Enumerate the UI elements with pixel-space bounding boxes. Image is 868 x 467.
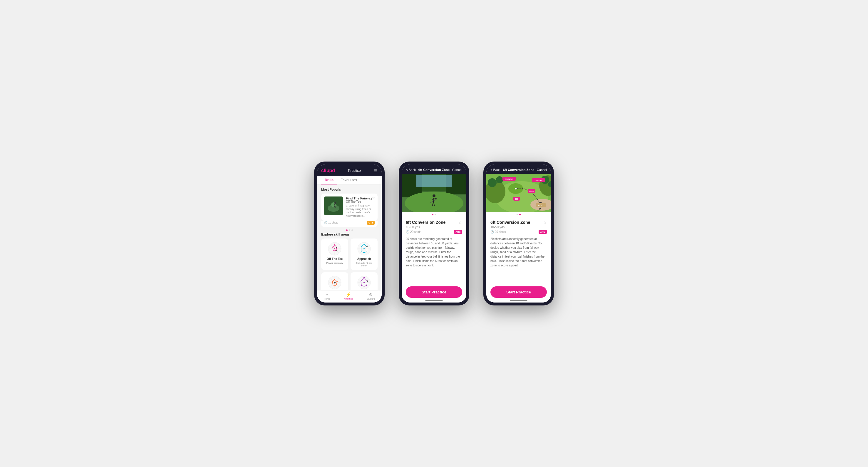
drill-title: 6ft Conversion Zone [490, 220, 530, 225]
start-practice-button[interactable]: Start Practice [490, 287, 547, 298]
svg-text:SAND: SAND [538, 205, 543, 206]
approach-desc: Dial-in to hit the green [353, 262, 375, 267]
dot-2 [435, 214, 436, 215]
home-indicator [510, 300, 527, 301]
svg-point-42 [364, 282, 365, 283]
off-tee-desc: Power accuracy [327, 262, 343, 264]
putting-icon [357, 275, 371, 290]
favourite-star[interactable]: ☆ [372, 196, 375, 200]
clock-icon: 🕐 [406, 230, 409, 234]
svg-point-16 [336, 247, 337, 248]
dot-1 [346, 229, 348, 231]
drill-subtitle: Off The Tee [346, 200, 375, 203]
start-practice-button[interactable]: Start Practice [406, 287, 462, 298]
phones-container: clippd Practice ☰ Drills Favourites Most… [314, 162, 554, 305]
activities-icon: ⚡ [346, 292, 351, 297]
nav-home-label: Home [324, 298, 330, 300]
drill-meta: 🕐 20 shots ARG [490, 230, 547, 234]
skill-around-green[interactable]: Around The Green Hone your short game [321, 272, 348, 290]
svg-point-26 [366, 246, 368, 247]
svg-text:ROUGH: ROUGH [535, 180, 541, 181]
clock-icon: 🕐 [324, 221, 327, 224]
bottom-nav: ⌂ Home ⚡ Activities ⊕ Capture [317, 290, 382, 302]
home-indicator-bar [402, 301, 466, 302]
image-dots [402, 212, 466, 217]
drill-title: 6ft Conversion Zone [406, 220, 445, 225]
svg-point-34 [334, 279, 335, 280]
clock-icon: 🕐 [490, 230, 494, 234]
svg-point-35 [336, 281, 338, 282]
drill-meta: 🕐 20 shots ARG [406, 230, 462, 234]
nav-activities[interactable]: ⚡ Activities [344, 292, 353, 300]
shots-info: 🕐 20 shots [490, 230, 506, 234]
off-tee-name: Off The Tee [327, 257, 343, 261]
tab-favourites[interactable]: Favourites [337, 176, 361, 185]
header-title: Practice [348, 169, 361, 173]
svg-point-63 [488, 178, 497, 187]
home-indicator-bar [486, 301, 551, 302]
svg-text:Hit: Hit [515, 198, 518, 200]
drill-info: 6ft Conversion Zone 10-50 yds ☆ 🕐 20 sho… [486, 217, 551, 270]
drill-map-image: Miss Hit FAIRWAY ROUGH [486, 174, 551, 212]
svg-point-33 [334, 282, 336, 283]
phone2-header: < Back 6ft Conversion Zone Cancel [402, 165, 466, 174]
svg-point-51 [433, 194, 435, 197]
skill-off-the-tee[interactable]: Off The Tee Power accuracy [321, 238, 348, 270]
nav-home[interactable]: ⌂ Home [324, 292, 330, 300]
featured-drill-card[interactable]: Find The Fairway Off The Tee Create an i… [321, 194, 378, 221]
phone3-nav-title: 6ft Conversion Zone [503, 168, 534, 171]
dot-2 [349, 229, 350, 231]
svg-point-14 [334, 248, 335, 249]
svg-point-17 [336, 249, 337, 251]
phone3-header: < Back 6ft Conversion Zone Cancel [486, 165, 551, 174]
phone2-nav-title: 6ft Conversion Zone [418, 168, 450, 171]
drill-thumbnail [324, 197, 343, 215]
svg-rect-49 [416, 175, 452, 187]
phone2-content: 6ft Conversion Zone 10-50 yds ☆ 🕐 20 sho… [402, 174, 466, 283]
dot-1 [432, 214, 433, 215]
phone-3: < Back 6ft Conversion Zone Cancel [484, 162, 554, 305]
dot-1 [517, 214, 518, 215]
logo: clippd [321, 168, 335, 173]
drill-shots: 🕐 10 shots [324, 221, 338, 224]
favourite-star[interactable]: ☆ [458, 220, 462, 225]
drill-title: Find The Fairway [346, 197, 375, 200]
svg-point-43 [364, 277, 365, 278]
home-icon: ⌂ [326, 292, 328, 297]
favourite-star[interactable]: ☆ [543, 220, 547, 225]
phone3-content: Miss Hit FAIRWAY ROUGH [486, 174, 551, 283]
around-green-icon [327, 275, 342, 290]
arg-badge: ARG [538, 230, 547, 234]
cancel-button[interactable]: Cancel [537, 168, 547, 171]
svg-point-15 [334, 244, 335, 245]
approach-name: Approach [357, 257, 371, 261]
skill-putting[interactable]: Putting Make and lag practice [350, 272, 378, 290]
nav-capture-label: Capture [366, 298, 375, 300]
tab-drills[interactable]: Drills [321, 176, 337, 185]
tabs-bar: Drills Favourites [317, 176, 382, 185]
cancel-button[interactable]: Cancel [452, 168, 462, 171]
back-button[interactable]: < Back [406, 168, 416, 171]
approach-icon [357, 241, 371, 256]
off-tee-icon [327, 241, 342, 256]
skill-grid: Off The Tee Power accuracy [321, 238, 378, 290]
dot-2 [519, 214, 521, 215]
nav-capture[interactable]: ⊕ Capture [366, 292, 375, 300]
skill-approach[interactable]: Approach Dial-in to hit the green [350, 238, 378, 270]
drill-card-body: Find The Fairway Off The Tee Create an i… [346, 197, 375, 218]
drill-info: 6ft Conversion Zone 10-50 yds ☆ 🕐 20 sho… [402, 217, 466, 270]
course-map-svg: Miss Hit FAIRWAY ROUGH [486, 174, 551, 212]
drill-description: 20 shots are randomly generated at dista… [490, 237, 547, 268]
svg-point-64 [496, 176, 503, 183]
back-button[interactable]: < Back [490, 168, 500, 171]
arg-badge: ARG [454, 230, 462, 234]
shots-info: 🕐 20 shots [406, 230, 422, 234]
svg-point-25 [364, 244, 365, 245]
most-popular-label: Most Popular [321, 188, 378, 191]
menu-icon[interactable]: ☰ [374, 168, 378, 173]
drill-yardage: 10-50 yds [490, 225, 530, 229]
phone1-header: clippd Practice ☰ [317, 165, 382, 176]
svg-point-44 [367, 280, 368, 282]
ott-badge: OTT [367, 221, 375, 225]
phone1-content: Most Popular [317, 185, 382, 290]
